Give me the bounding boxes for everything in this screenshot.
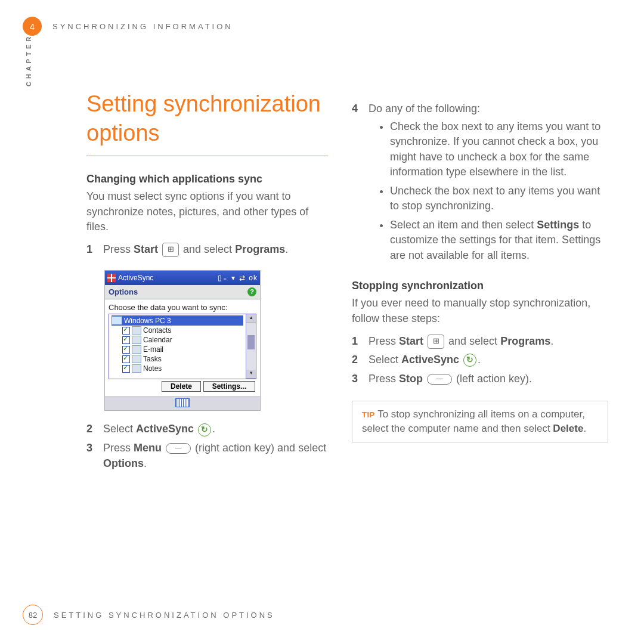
steps-list-left-cont: Select ActiveSync . Press Menu (right ac… — [86, 422, 328, 471]
text: . — [144, 457, 147, 469]
text: . — [285, 243, 288, 255]
screenshot-titlebar: ActiveSync ▯₊ ▾ ⇄ ok — [105, 271, 260, 285]
scrollbar[interactable]: ▴ ▾ — [246, 314, 256, 379]
steps-list-right: Do any of the following: Check the box n… — [352, 101, 608, 263]
step-3: Press Menu (right action key) and select… — [86, 441, 328, 471]
keyboard-icon[interactable] — [175, 398, 190, 407]
text-bold: Programs — [235, 243, 285, 255]
screenshot: ActiveSync ▯₊ ▾ ⇄ ok Options ? Choose th… — [104, 270, 261, 411]
bullet-item: Uncheck the box next to any items you wa… — [390, 184, 608, 214]
pc-icon — [112, 316, 122, 325]
checkbox-icon[interactable] — [122, 346, 130, 354]
activesync-icon — [198, 423, 211, 436]
text: Select — [103, 423, 136, 435]
intro-paragraph: You must select sync options if you want… — [86, 189, 328, 235]
text: and select — [448, 335, 500, 347]
text: . — [212, 423, 215, 435]
chapter-side-label: CHAPTER — [25, 34, 32, 86]
step-2: Select ActiveSync . — [86, 422, 328, 437]
chapter-badge: 4 — [23, 17, 42, 36]
text: Press — [369, 335, 399, 347]
checkbox-icon[interactable] — [122, 365, 130, 373]
text: Select an item and then select — [390, 219, 537, 231]
sync-listbox: Windows PC 3 Contacts Calendar E-ma — [109, 314, 256, 379]
calendar-icon — [132, 336, 141, 344]
options-label: Options — [109, 287, 138, 296]
bullet-item: Select an item and then select Settings … — [390, 218, 608, 264]
start-key-icon — [162, 243, 179, 257]
text-bold: ActiveSync — [136, 423, 194, 435]
text: (left action key). — [456, 373, 532, 385]
steps-list-stop: Press Start and select Programs. Select … — [352, 334, 608, 387]
tip-box: TIP To stop synchronizing all items on a… — [352, 401, 608, 442]
stop-step-2: Select ActiveSync . — [352, 352, 608, 368]
section-title: Setting synchronization options — [86, 89, 328, 156]
activesync-icon — [463, 354, 476, 367]
step-4: Do any of the following: Check the box n… — [352, 101, 608, 263]
text-bold: Delete — [553, 423, 583, 434]
list-item-label: Notes — [143, 364, 162, 373]
page-footer: 82 SETTING SYNCHRONIZATION OPTIONS — [23, 605, 275, 625]
checkbox-icon[interactable] — [122, 336, 130, 344]
tip-text: . — [583, 423, 586, 434]
action-key-icon — [427, 374, 452, 385]
screenshot-status: ▯₊ ▾ ⇄ ok — [218, 274, 258, 282]
text: Select — [369, 354, 401, 366]
page-header: 4 SYNCHRONIZING INFORMATION — [23, 17, 233, 36]
email-icon — [132, 345, 141, 354]
running-head: SYNCHRONIZING INFORMATION — [52, 22, 233, 31]
contacts-icon — [132, 326, 141, 335]
list-item[interactable]: Windows PC 3 — [112, 315, 243, 326]
start-key-icon — [428, 335, 444, 349]
text: . — [550, 335, 553, 347]
screenshot-title: ActiveSync — [118, 274, 153, 282]
intro-paragraph-2: If you ever need to manually stop synchr… — [352, 296, 608, 326]
list-item-label: Windows PC 3 — [124, 317, 171, 325]
text: Press — [103, 243, 134, 255]
delete-button[interactable]: Delete — [162, 381, 201, 392]
text-bold: ActiveSync — [401, 354, 459, 366]
screenshot-options-bar: Options ? — [105, 285, 260, 299]
list-item[interactable]: Contacts — [112, 326, 243, 335]
tip-label: TIP — [362, 410, 375, 419]
subhead-stopping: Stopping synchronization — [352, 280, 608, 292]
running-foot: SETTING SYNCHRONIZATION OPTIONS — [54, 611, 275, 620]
settings-button[interactable]: Settings... — [203, 381, 255, 392]
page-number: 82 — [23, 605, 43, 625]
text: . — [478, 354, 481, 366]
stop-step-1: Press Start and select Programs. — [352, 334, 608, 349]
text-bold: Menu — [134, 442, 162, 454]
list-item-label: Tasks — [143, 355, 162, 363]
tasks-icon — [132, 355, 141, 363]
scroll-down-icon[interactable]: ▾ — [246, 370, 256, 379]
text: and select — [183, 243, 235, 255]
subhead-changing: Changing which applications sync — [86, 173, 328, 185]
bullet-item: Check the box next to any items you want… — [390, 119, 608, 180]
list-item-label: E-mail — [143, 345, 163, 354]
screenshot-prompt: Choose the data you want to sync: — [109, 303, 256, 312]
list-item-label: Contacts — [143, 326, 171, 335]
list-item-label: Calendar — [143, 336, 172, 344]
list-item[interactable]: E-mail — [112, 345, 243, 354]
text-bold: Settings — [537, 219, 579, 231]
step-1: Press Start and select Programs. — [86, 242, 328, 258]
list-item[interactable]: Calendar — [112, 335, 243, 345]
checkbox-icon[interactable] — [122, 355, 130, 363]
screenshot-footer — [105, 397, 260, 410]
list-item[interactable]: Tasks — [112, 354, 243, 364]
action-key-icon — [166, 443, 191, 454]
list-item[interactable]: Notes — [112, 364, 243, 373]
text: Do any of the following: — [369, 103, 480, 114]
tip-text: To stop synchronizing all items on a com… — [362, 408, 585, 434]
text: Press — [103, 442, 134, 454]
notes-icon — [132, 364, 141, 373]
text-bold: Options — [103, 457, 144, 469]
scroll-up-icon[interactable]: ▴ — [246, 314, 256, 323]
text-bold: Start — [134, 243, 158, 255]
scroll-thumb[interactable] — [247, 335, 255, 349]
help-icon: ? — [247, 287, 256, 296]
text: (right action key) and select — [195, 442, 326, 454]
checkbox-icon[interactable] — [122, 327, 130, 335]
text: Press — [369, 373, 399, 385]
stop-step-3: Press Stop (left action key). — [352, 371, 608, 387]
